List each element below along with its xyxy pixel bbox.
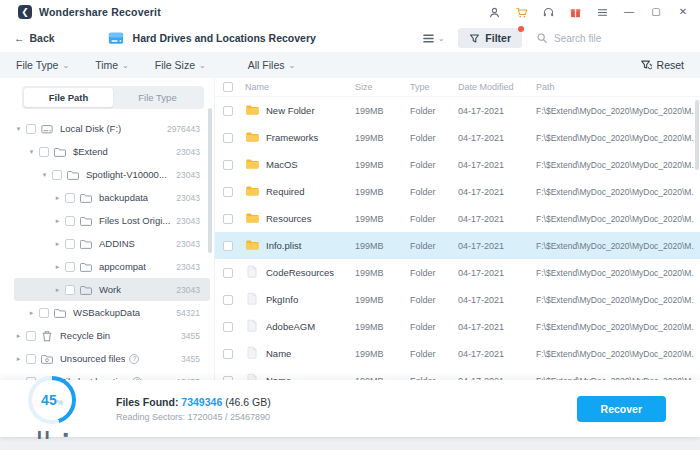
column-size[interactable]: Size [355, 82, 410, 92]
tree-checkbox[interactable] [39, 308, 49, 318]
table-row-resources-4[interactable]: Resources199MBFolder04-17-2021F:\$Extend… [215, 205, 700, 232]
row-checkbox[interactable] [223, 187, 233, 197]
maximize-button[interactable]: ▢ [649, 5, 663, 19]
support-headset-icon[interactable] [541, 5, 555, 19]
file-icon [245, 292, 259, 307]
tree-item-work[interactable]: ▸Work23043 [14, 278, 210, 301]
menu-list-icon[interactable] [595, 5, 609, 19]
filter-time[interactable]: Time ⌄ [95, 59, 129, 71]
tree-item-recycle-bin[interactable]: ▸Recycle Bin3455 [14, 324, 210, 347]
tree-item-extend[interactable]: ▾$Extend23043 [14, 140, 210, 163]
tree-item-local-disk-f[interactable]: ▾Local Disk (F:)2976443 [14, 117, 210, 140]
search-input[interactable] [554, 33, 686, 44]
tree-checkbox[interactable] [65, 285, 75, 295]
filter-file-type[interactable]: File Type ⌄ [16, 59, 69, 71]
tree-checkbox[interactable] [26, 354, 36, 364]
table-row-macos-2[interactable]: MacOS199MBFolder04-17-2021F:\$Extend\MyD… [215, 151, 700, 178]
filter-button[interactable]: Filter [458, 28, 522, 48]
funnel-icon [469, 33, 480, 44]
cell-type: Folder [410, 214, 458, 224]
tree-item-count: 3455 [181, 331, 200, 341]
row-checkbox[interactable] [223, 106, 233, 116]
collapse-icon[interactable]: ▸ [53, 217, 62, 225]
table-row-frameworks-1[interactable]: Frameworks199MBFolder04-17-2021F:\$Exten… [215, 124, 700, 151]
tree-item-appcompat[interactable]: ▸appcompat23043 [14, 255, 210, 278]
row-checkbox[interactable] [223, 214, 233, 224]
help-icon[interactable]: ? [129, 354, 139, 364]
table-scrollbar[interactable] [695, 100, 699, 170]
tree-checkbox[interactable] [65, 239, 75, 249]
reset-button[interactable]: Reset [640, 59, 684, 71]
notification-dot [518, 26, 524, 32]
expand-icon[interactable]: ▾ [40, 171, 49, 179]
row-checkbox[interactable] [223, 349, 233, 359]
table-row-name-9[interactable]: Name199MBFolder04-17-2021F:\$Extend\MyDo… [215, 340, 700, 367]
cart-icon[interactable] [514, 5, 528, 19]
expand-icon[interactable]: ▾ [14, 125, 23, 133]
tree-checkbox[interactable] [52, 170, 62, 180]
recover-button[interactable]: Recover [577, 396, 666, 422]
row-checkbox[interactable] [223, 160, 233, 170]
expand-icon[interactable]: ▾ [27, 148, 36, 156]
back-button[interactable]: ← Back [14, 32, 55, 44]
filter-file-size[interactable]: File Size ⌄ [155, 59, 206, 71]
tree-item-files-lost-origi[interactable]: ▸Files Lost Origi...23043 [14, 209, 210, 232]
tree-item-spotlight-v10000[interactable]: ▾Spotlight-V10000...23043 [14, 163, 210, 186]
view-selector[interactable]: ⌄ [422, 32, 445, 45]
tree-checkbox[interactable] [26, 331, 36, 341]
gift-icon[interactable] [568, 5, 582, 19]
row-checkbox[interactable] [223, 268, 233, 278]
collapse-icon[interactable]: ▸ [53, 286, 62, 294]
tree-item-label: backupdata [99, 192, 148, 203]
column-path[interactable]: Path [536, 82, 694, 92]
account-icon[interactable] [487, 5, 501, 19]
column-name[interactable]: Name [245, 82, 355, 92]
table-row-new-folder-0[interactable]: New Folder199MBFolder04-17-2021F:\$Exten… [215, 97, 700, 124]
filter-file-type-label: File Type [16, 59, 58, 71]
cell-size: 199MB [355, 133, 410, 143]
search-box[interactable] [536, 32, 686, 44]
folder-icon [245, 238, 259, 253]
tree-checkbox[interactable] [65, 262, 75, 272]
sidebar-scrollbar[interactable] [208, 108, 212, 253]
tree-item-unsourced-files[interactable]: ▸Unsourced files?3455 [14, 347, 210, 370]
tree-checkbox[interactable] [65, 216, 75, 226]
collapse-icon[interactable]: ▸ [14, 355, 23, 363]
cell-path: F:\$Extend\MyDoc_2020\MyDoc_2020\M... [536, 106, 694, 116]
tree-checkbox[interactable] [26, 124, 36, 134]
row-checkbox[interactable] [223, 241, 233, 251]
table-row-required-3[interactable]: Required199MBFolder04-17-2021F:\$Extend\… [215, 178, 700, 205]
collapse-icon[interactable]: ▸ [53, 263, 62, 271]
tree-item-wsbackupdata[interactable]: ▸WSBackupData54321 [14, 301, 210, 324]
tree-item-label: Files Lost Origi... [99, 215, 170, 226]
pause-button[interactable]: ❚❚ [36, 431, 51, 439]
row-checkbox[interactable] [223, 133, 233, 143]
column-type[interactable]: Type [410, 82, 458, 92]
table-row-info-plist-5[interactable]: Info.plist199MBFolder04-17-2021F:\$Exten… [215, 232, 700, 259]
tree-item-backupdata[interactable]: ▸backupdata23043 [14, 186, 210, 209]
filter-all-files[interactable]: All Files ⌄ [248, 59, 295, 71]
tree-checkbox[interactable] [65, 193, 75, 203]
collapse-icon[interactable]: ▸ [53, 240, 62, 248]
tab-file-path[interactable]: File Path [24, 88, 113, 107]
table-row-adobeagm-8[interactable]: AdobeAGM199MBFolder04-17-2021F:\$Extend\… [215, 313, 700, 340]
collapse-icon[interactable]: ▸ [27, 309, 36, 317]
column-date-modified[interactable]: Date Modified [458, 82, 536, 92]
chevron-down-icon: ⌄ [62, 61, 69, 70]
stop-button[interactable]: ■ [63, 431, 69, 439]
tree-item-addins[interactable]: ▸ADDINS23043 [14, 232, 210, 255]
row-checkbox[interactable] [223, 295, 233, 305]
minimize-button[interactable]: — [622, 5, 636, 19]
close-button[interactable]: ✕ [676, 5, 690, 19]
row-checkbox[interactable] [223, 322, 233, 332]
tree-item-count: 23043 [176, 147, 200, 157]
collapse-icon[interactable]: ▸ [53, 194, 62, 202]
table-row-pkginfo-7[interactable]: PkgInfo199MBFolder04-17-2021F:\$Extend\M… [215, 286, 700, 313]
cell-type: Folder [410, 268, 458, 278]
cell-path: F:\$Extend\MyDoc_2020\MyDoc_2020\M... [536, 322, 694, 332]
collapse-icon[interactable]: ▸ [14, 332, 23, 340]
tree-checkbox[interactable] [39, 147, 49, 157]
select-all-checkbox[interactable] [223, 82, 233, 92]
tab-file-type[interactable]: File Type [113, 88, 202, 107]
table-row-coderesources-6[interactable]: CodeResources199MBFolder04-17-2021F:\$Ex… [215, 259, 700, 286]
